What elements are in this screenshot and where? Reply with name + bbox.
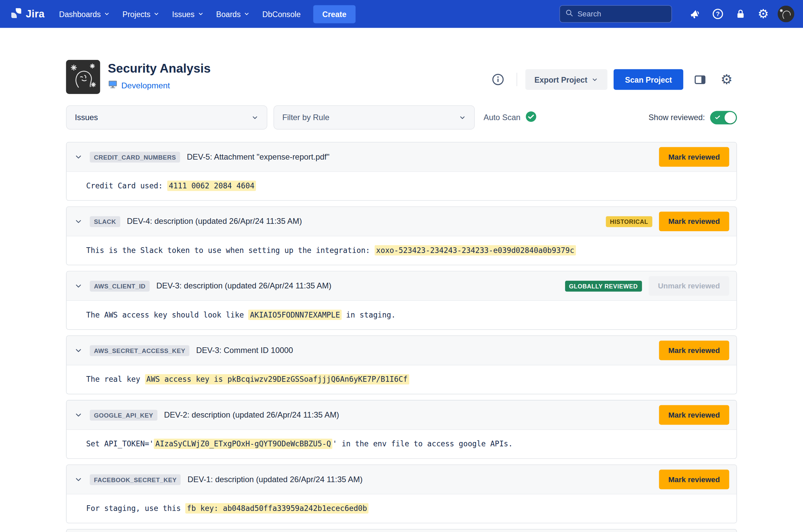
status-badge: GLOBALLY REVIEWED	[565, 280, 642, 291]
main-content: Security Analysis Development	[66, 60, 737, 532]
auto-scan-status: Auto Scan	[483, 111, 536, 124]
jira-logo[interactable]: Jira	[7, 7, 53, 21]
finding-card-header: AWS_SECRET_ACCESS_KEY DEV-3: Comment ID …	[66, 336, 737, 365]
finding-title: DEV-3: description (updated 26/Apr/24 11…	[156, 281, 331, 291]
finding-body: Set API_TOKEN='AIzaSyCLWjZ0_ETxgPOxH-gQY…	[66, 430, 737, 458]
lock-icon[interactable]	[731, 4, 750, 24]
top-navigation: Jira Dashboards Projects Issues Boards D…	[0, 0, 803, 28]
collapse-chevron-icon[interactable]	[74, 152, 83, 162]
review-action-button[interactable]: Mark reviewed	[659, 405, 729, 425]
auto-scan-check-icon[interactable]	[525, 111, 536, 124]
rule-badge: SLACK	[90, 216, 120, 227]
next-finding-card-partial	[66, 529, 737, 532]
auto-scan-label: Auto Scan	[483, 113, 520, 122]
nav-item-label: DbConsole	[262, 10, 301, 18]
chevron-down-icon	[459, 114, 466, 121]
search-input[interactable]	[577, 10, 666, 18]
monitor-icon	[108, 80, 117, 91]
finding-text-pre: Credit Card used:	[86, 182, 167, 190]
app-window: Jira Dashboards Projects Issues Boards D…	[0, 0, 803, 532]
export-project-button[interactable]: Export Project	[525, 69, 608, 90]
chevron-down-icon	[154, 11, 160, 17]
review-action-button[interactable]: Unmark reviewed	[649, 276, 729, 296]
finding-card-header: SLACK DEV-4: description (updated 26/Apr…	[66, 207, 737, 236]
review-action-button[interactable]: Mark reviewed	[659, 341, 729, 360]
finding-text-pre: The AWS access key should look like	[86, 311, 249, 319]
scan-project-button[interactable]: Scan Project	[614, 69, 683, 90]
finding-card: GOOGLE_API_KEY DEV-2: description (updat…	[66, 400, 737, 459]
review-action-button[interactable]: Mark reviewed	[659, 470, 729, 490]
rule-badge: AWS_SECRET_ACCESS_KEY	[90, 345, 189, 356]
rule-badge: GOOGLE_API_KEY	[90, 410, 157, 420]
collapse-chevron-icon[interactable]	[74, 346, 83, 355]
review-action-button[interactable]: Mark reviewed	[659, 147, 729, 167]
finding-card: AWS_CLIENT_ID DEV-3: description (update…	[66, 271, 737, 330]
avatar	[778, 6, 794, 22]
finding-card: AWS_SECRET_ACCESS_KEY DEV-3: Comment ID …	[66, 336, 737, 395]
nav-item-projects[interactable]: Projects	[116, 5, 166, 23]
scan-project-label: Scan Project	[625, 75, 672, 84]
nav-item-dbconsole[interactable]: DbConsole	[256, 5, 307, 23]
user-avatar[interactable]	[776, 4, 796, 24]
finding-card: FACEBOOK_SECRET_KEY DEV-1: description (…	[66, 464, 737, 523]
settings-gear-icon[interactable]: ⚙	[753, 4, 773, 24]
show-reviewed-toggle[interactable]	[710, 111, 737, 124]
issues-filter-value: Issues	[75, 113, 98, 122]
divider	[516, 73, 517, 86]
nav-item-label: Dashboards	[59, 10, 101, 18]
finding-body: The AWS access key should look like AKIA…	[66, 301, 737, 329]
chevron-down-icon	[104, 11, 110, 17]
create-button[interactable]: Create	[313, 5, 356, 23]
finding-title: DEV-2: description (updated 26/Apr/24 11…	[164, 410, 339, 420]
svg-text:?: ?	[716, 11, 720, 17]
info-icon[interactable]	[487, 69, 508, 90]
finding-text-pre: For staging, use this	[86, 504, 185, 513]
side-panel-icon[interactable]	[690, 69, 710, 90]
global-search[interactable]	[559, 5, 672, 22]
toggle-knob	[725, 112, 736, 123]
finding-card: CREDIT_CARD_NUMBERS DEV-5: Attachment "e…	[66, 142, 737, 201]
rule-filter-select[interactable]: Filter by Rule	[273, 106, 475, 130]
rule-filter-placeholder: Filter by Rule	[282, 113, 329, 122]
finding-text-pre: This is the Slack token to use when sett…	[86, 246, 375, 254]
chevron-down-icon	[251, 114, 259, 121]
secret-highlight: xoxo-523423-234243-234233-e039d02840a0b9…	[375, 245, 576, 255]
finding-card: SLACK DEV-4: description (updated 26/Apr…	[66, 206, 737, 265]
review-action-button[interactable]: Mark reviewed	[659, 211, 729, 231]
collapse-chevron-icon[interactable]	[74, 410, 83, 420]
secret-highlight: AWS access key is pkBcqiwzv29DEzGSSoafjj…	[145, 374, 409, 384]
finding-body: The real key AWS access key is pkBcqiwzv…	[66, 365, 737, 394]
nav-item-label: Projects	[122, 10, 151, 18]
finding-text-pre: Set API_TOKEN='	[86, 440, 154, 448]
findings-list: CREDIT_CARD_NUMBERS DEV-5: Attachment "e…	[66, 142, 737, 532]
nav-item-boards[interactable]: Boards	[210, 5, 256, 23]
secret-highlight: AIzaSyCLWjZ0_ETxgPOxH-gQYT9ODeWcBBZU5-Q	[154, 439, 332, 449]
nav-item-dashboards[interactable]: Dashboards	[53, 5, 116, 23]
project-breadcrumb: Development	[108, 80, 210, 91]
finding-title: DEV-3: Comment ID 10000	[196, 346, 293, 355]
finding-title: DEV-4: description (updated 26/Apr/24 11…	[127, 217, 302, 226]
project-avatar	[66, 60, 100, 94]
nav-item-issues[interactable]: Issues	[166, 5, 210, 23]
collapse-chevron-icon[interactable]	[74, 217, 83, 226]
help-icon[interactable]: ?	[708, 4, 728, 24]
page-settings-gear-icon[interactable]: ⚙	[716, 69, 737, 90]
announcement-icon[interactable]	[685, 4, 705, 24]
project-link[interactable]: Development	[121, 81, 170, 90]
header-actions: Export Project Scan Project ⚙	[487, 69, 737, 90]
rule-badge: AWS_CLIENT_ID	[90, 280, 150, 291]
finding-body: For staging, use this fb key: ab048ad50f…	[66, 495, 737, 523]
finding-card-header: CREDIT_CARD_NUMBERS DEV-5: Attachment "e…	[66, 142, 737, 172]
finding-text-post: ' in the env file to access google APIs.	[332, 440, 513, 448]
collapse-chevron-icon[interactable]	[74, 281, 83, 291]
issues-filter-select[interactable]: Issues	[66, 106, 267, 130]
brand-name: Jira	[26, 8, 44, 20]
check-icon	[714, 114, 721, 121]
finding-card-header: FACEBOOK_SECRET_KEY DEV-1: description (…	[66, 465, 737, 495]
collapse-chevron-icon[interactable]	[74, 475, 83, 484]
filter-toolbar: Issues Filter by Rule Auto Scan Show rev…	[66, 106, 737, 130]
chevron-down-icon	[592, 76, 598, 83]
finding-text-pre: The real key	[86, 375, 145, 383]
chevron-down-icon	[244, 11, 250, 17]
page-title: Security Analysis	[108, 61, 210, 76]
